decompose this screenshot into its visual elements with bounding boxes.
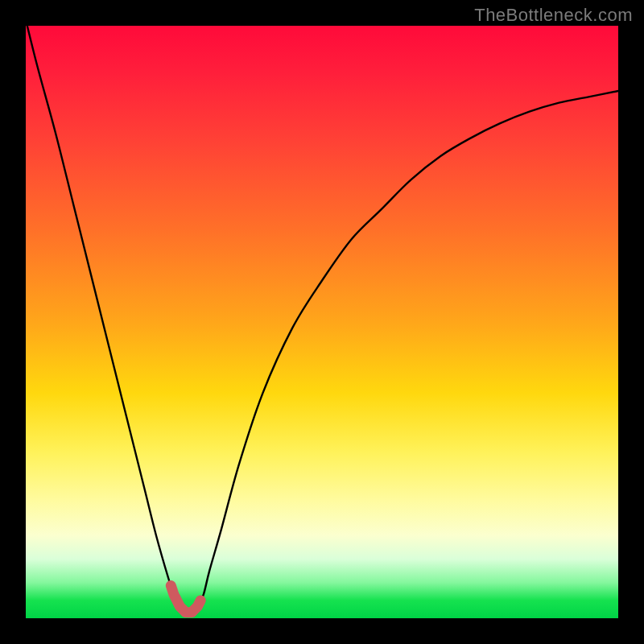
chart-frame: TheBottleneck.com [0, 0, 644, 644]
bottleneck-curve [26, 20, 618, 613]
watermark-text: TheBottleneck.com [474, 5, 633, 26]
bottleneck-curve-thick-segment [171, 586, 200, 613]
chart-curve-layer [26, 26, 618, 618]
